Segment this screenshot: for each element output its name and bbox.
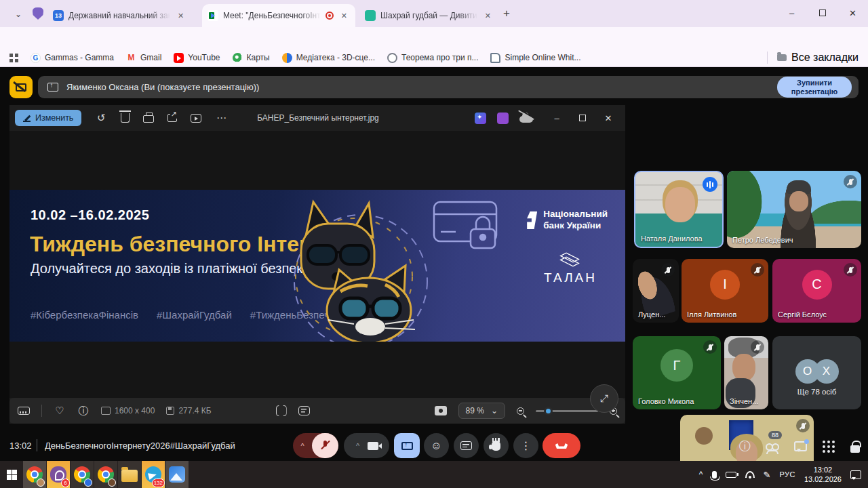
chat-button[interactable] — [794, 441, 807, 451]
taskbar-chrome-1[interactable] — [23, 461, 46, 488]
all-bookmarks[interactable]: Все закладки — [767, 52, 859, 64]
wifi-icon[interactable] — [745, 471, 755, 478]
tab-title: Державний навчальний закла — [68, 11, 170, 20]
raise-hand-button[interactable] — [484, 433, 509, 458]
fullscreen-button[interactable]: ⤢ — [590, 384, 618, 413]
notification-center-icon[interactable] — [850, 470, 861, 479]
print-icon[interactable] — [143, 115, 154, 123]
zoom-out-icon[interactable] — [517, 407, 524, 415]
taskbar-telegram[interactable]: 132 — [142, 461, 165, 488]
file-info-icon[interactable]: ⓘ — [77, 405, 90, 418]
tab-close-icon[interactable]: ✕ — [482, 10, 494, 22]
mic-options-chevron[interactable]: ^ — [293, 442, 312, 450]
favorite-heart-icon[interactable]: ♡ — [54, 405, 66, 417]
tile-lutsen[interactable]: Луцен... — [633, 259, 679, 323]
background-edit-icon[interactable] — [435, 406, 447, 415]
phone-icon — [555, 443, 568, 449]
clipchamp-icon[interactable] — [497, 113, 509, 124]
tile-serhii-bielous[interactable]: С Сергій Бєлоус — [772, 259, 861, 323]
end-call-button[interactable] — [542, 433, 580, 458]
meet-control-bar: 13:02 ДеньБезпечногоІнтернету2026#Шахрай… — [0, 430, 868, 461]
activities-grid-icon[interactable] — [823, 441, 825, 443]
photos-toolbar: Изменить ↺ ⋯ БАНЕР_Безпечний ынтернет.jp… — [9, 105, 625, 131]
taskbar-explorer[interactable] — [118, 461, 141, 488]
tray-pen-icon[interactable]: ✎ — [764, 470, 771, 480]
meeting-info-icon[interactable]: ⓘ — [739, 439, 751, 454]
photos-window: Изменить ↺ ⋯ БАНЕР_Безпечний ынтернет.jp… — [9, 105, 625, 424]
share-icon[interactable] — [167, 114, 177, 122]
visual-search-icon[interactable] — [276, 405, 287, 416]
zoom-slider[interactable] — [536, 410, 598, 412]
photos-maximize-button[interactable] — [570, 105, 595, 131]
new-tab-button[interactable]: + — [503, 7, 510, 20]
camera-options-chevron[interactable]: ^ — [349, 442, 368, 450]
bookmark-theorem[interactable]: Теорема про три п... — [387, 53, 479, 63]
tab-megogo[interactable]: Шахрай гудбай — Дивитися о ✕ — [359, 4, 499, 27]
taskbar-chrome-3[interactable] — [94, 461, 117, 488]
tile-more-participants[interactable]: О Х Ще 78 осіб — [772, 336, 861, 409]
tile-natalia-danylova[interactable]: Наталя Данилова — [634, 171, 724, 248]
language-indicator[interactable]: РУС — [779, 470, 795, 479]
browser-close-button[interactable]: ✕ — [837, 0, 868, 26]
taskbar-photos[interactable] — [165, 461, 189, 488]
camera-icon[interactable] — [368, 442, 378, 450]
tray-mic-icon[interactable] — [712, 471, 717, 479]
windows-taskbar: 6 132 ^ ✎ РУС 13:02 13.02.2026 — [0, 461, 868, 488]
banner-dates: 10.02 –16.02.2025 — [31, 207, 149, 223]
tile-holovko-mykola[interactable]: Г Головко Микола — [633, 336, 721, 409]
avatar: С — [802, 270, 832, 300]
tile-illia-lytvynov[interactable]: І Ілля Литвинов — [682, 259, 768, 323]
captions-button[interactable] — [454, 433, 479, 458]
presenting-warning-icon[interactable] — [9, 76, 33, 98]
browser-maximize-button[interactable] — [807, 0, 837, 26]
photos-minimize-button[interactable]: – — [544, 105, 570, 131]
tab-school-site[interactable]: 13 Державний навчальний закла ✕ — [47, 4, 198, 27]
participants-button[interactable]: 88 — [766, 441, 779, 453]
mic-muted-button[interactable] — [312, 433, 338, 458]
bookmark-maps[interactable]: Карты — [233, 53, 270, 63]
cloud-off-icon[interactable] — [519, 116, 533, 123]
bookmark-youtube[interactable]: YouTube — [174, 53, 220, 63]
file-size-icon — [166, 407, 174, 415]
tab-meet[interactable]: Meet: "ДеньБезпечногоІнт ✕ — [202, 4, 355, 27]
tab-search-icon[interactable]: ⌄ — [15, 9, 22, 19]
tab-close-icon[interactable]: ✕ — [175, 10, 186, 22]
mic-button-group: ^ — [293, 433, 338, 458]
edit-button[interactable]: Изменить — [15, 110, 81, 126]
tile-zinchen[interactable]: Зінчен... — [724, 336, 768, 409]
browser-minimize-button[interactable]: – — [776, 0, 807, 26]
tile-petro-lebedevych[interactable]: Петро Лебедевич — [727, 171, 861, 248]
slideshow-icon[interactable] — [191, 114, 201, 123]
bookmark-whiteboard[interactable]: Simple Online Whit... — [490, 53, 580, 63]
battery-icon[interactable] — [726, 472, 736, 478]
bookmark-mediateka[interactable]: Медіатека - 3D-сце... — [282, 53, 375, 63]
mic-off-icon — [844, 263, 857, 277]
dog-cat-illustration — [252, 190, 537, 342]
designer-icon[interactable] — [475, 113, 486, 124]
tray-expand-icon[interactable]: ^ — [699, 470, 703, 479]
ocr-text-icon[interactable] — [298, 406, 310, 415]
start-button[interactable] — [0, 461, 23, 488]
present-screen-button[interactable] — [394, 433, 420, 458]
more-controls-button[interactable]: ⋮ — [513, 433, 538, 458]
zoom-level-dropdown[interactable]: 89 %⌄ — [458, 403, 505, 419]
taskbar-chrome-2[interactable] — [71, 461, 94, 488]
adblock-shield-icon[interactable] — [33, 7, 43, 20]
photos-close-button[interactable]: ✕ — [595, 105, 621, 131]
tab-close-icon[interactable]: ✕ — [338, 10, 350, 22]
stop-presenting-button[interactable]: Зупинити презентацію — [777, 77, 852, 98]
reactions-button[interactable]: ☺ — [424, 433, 449, 458]
zoom-slider-knob[interactable] — [544, 407, 553, 415]
host-controls-icon[interactable] — [850, 445, 860, 453]
taskbar-viber[interactable]: 6 — [47, 461, 70, 488]
delete-icon[interactable] — [121, 113, 130, 123]
bookmark-gammas[interactable]: GGammas - Gamma — [31, 53, 114, 63]
taskbar-clock[interactable]: 13:02 13.02.2026 — [804, 465, 842, 485]
avatar: І — [710, 270, 740, 300]
whiteboard-icon — [490, 53, 500, 63]
rotate-icon[interactable]: ↺ — [95, 112, 107, 124]
filmstrip-icon[interactable] — [18, 407, 30, 415]
apps-grid-icon[interactable] — [9, 54, 18, 62]
bookmark-gmail[interactable]: MGmail — [126, 53, 161, 63]
speaking-indicator-icon — [703, 177, 717, 192]
